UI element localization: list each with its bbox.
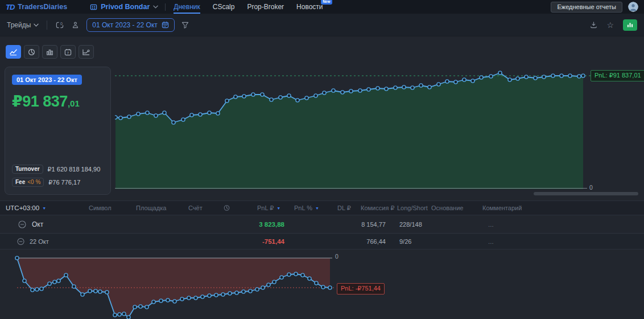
row-longshort: 228/148 bbox=[399, 221, 422, 228]
pie-chart-icon bbox=[28, 48, 35, 56]
step-chart-icon bbox=[82, 48, 90, 56]
trades-dropdown[interactable]: Трейды bbox=[7, 21, 39, 29]
trades-label: Трейды bbox=[7, 21, 31, 29]
download-icon[interactable] bbox=[590, 21, 597, 28]
date-range-picker[interactable]: 01 Окт 2023 - 22 Окт bbox=[86, 18, 175, 32]
workspace-selector[interactable]: Privod Bondar bbox=[90, 3, 158, 11]
app-logo-icon: TD bbox=[6, 3, 14, 11]
compare-trades-icon[interactable]: 0 bbox=[55, 21, 64, 29]
timezone-selector[interactable]: UTC+03:00 ▼ bbox=[6, 205, 46, 211]
tab-calendar-view[interactable]: 7 bbox=[60, 45, 76, 59]
daily-reports-button[interactable]: Ежедневные отчеты bbox=[551, 2, 622, 13]
collapse-icon[interactable] bbox=[17, 238, 24, 246]
col-pnl-pct-sort[interactable]: PnL %▼ bbox=[294, 205, 319, 211]
calendar-icon bbox=[162, 21, 169, 28]
user-avatar[interactable] bbox=[628, 2, 638, 12]
toolbar: Трейды 0 01 Окт 2023 - 22 Окт ☆ bbox=[0, 14, 644, 36]
row-pnl: -751,44 bbox=[239, 238, 284, 245]
row-commission: 766,44 bbox=[341, 238, 386, 245]
workspace-name: Privod Bondar bbox=[101, 3, 150, 11]
bar-chart-icon bbox=[626, 22, 634, 28]
calendar-7-icon: 7 bbox=[64, 48, 72, 56]
fee-chip: Fee<0 % bbox=[12, 178, 44, 187]
app-window: TD TradersDiaries Privod Bondar Дневник … bbox=[0, 0, 644, 319]
line-chart-icon bbox=[9, 48, 18, 56]
row-longshort: 9/26 bbox=[399, 238, 411, 245]
col-dl: DL ₽ bbox=[337, 205, 351, 212]
col-account: Счёт bbox=[188, 205, 203, 211]
main-pnl-label: PnL: ₽91 837,01 bbox=[591, 70, 644, 81]
timezone-value: UTC+03:00 bbox=[6, 205, 39, 211]
period-pnl-value: ₽91 837,01 bbox=[12, 92, 104, 111]
fee-percent: <0 % bbox=[27, 179, 40, 185]
tab-prop-broker[interactable]: Prop-Broker bbox=[247, 0, 284, 14]
collapse-icon[interactable] bbox=[18, 220, 26, 228]
caret-down-icon: ▼ bbox=[42, 206, 46, 210]
new-badge: New bbox=[321, 0, 332, 5]
pnl-summary-card: 01 Окт 2023 - 22 Окт ₽91 837,01 Turnover… bbox=[5, 67, 111, 195]
bars-icon bbox=[46, 48, 53, 56]
row-label: 22 Окт bbox=[30, 238, 49, 245]
col-platform: Площадка bbox=[136, 205, 166, 211]
fee-row: Fee<0 % ₽76 776,17 bbox=[12, 178, 104, 187]
row-commission: 8 154,77 bbox=[341, 221, 386, 228]
turnover-value: ₽1 620 818 184,90 bbox=[48, 166, 101, 173]
col-comment: Комментарий bbox=[482, 205, 522, 211]
col-pnl-sort[interactable]: PnL ₽▼ bbox=[257, 205, 280, 212]
turnover-chip: Turnover bbox=[12, 165, 43, 174]
daily-pnl-label: PnL: -₽751,44 bbox=[337, 283, 385, 295]
turnover-row: Turnover ₽1 620 818 184,90 bbox=[12, 165, 104, 174]
filter-icon[interactable] bbox=[181, 22, 189, 28]
daily-pnl-chart bbox=[0, 253, 375, 319]
toolbar-divider bbox=[47, 21, 47, 30]
col-commission: Комиссия ₽ bbox=[361, 205, 394, 212]
nav-tabs: Дневник CScalp Prop-Broker НовостиNew bbox=[174, 0, 323, 14]
fee-value: ₽76 776,17 bbox=[48, 179, 80, 186]
col-longshort: Long/Short bbox=[397, 205, 428, 211]
tab-cscalp[interactable]: CScalp bbox=[213, 0, 235, 14]
chevron-down-icon bbox=[153, 5, 158, 9]
building-icon bbox=[90, 3, 97, 11]
nav-divider bbox=[165, 3, 166, 11]
app-logo[interactable]: TD TradersDiaries bbox=[6, 3, 67, 11]
tab-bar-chart[interactable] bbox=[42, 45, 57, 59]
stats-panel-button[interactable] bbox=[623, 19, 637, 31]
app-logo-text: TradersDiaries bbox=[18, 3, 67, 11]
tab-pie-chart[interactable] bbox=[24, 45, 39, 59]
chart-type-tabs: 7 bbox=[6, 45, 94, 59]
main-chart-zero-line bbox=[115, 188, 587, 189]
main-chart-zero-label: 0 bbox=[589, 184, 593, 191]
nav-right: Ежедневные отчеты bbox=[551, 2, 638, 13]
tab-step-chart[interactable] bbox=[79, 45, 94, 59]
row-pnl: 3 823,88 bbox=[239, 221, 284, 228]
period-stats: Turnover ₽1 620 818 184,90 Fee<0 % ₽76 7… bbox=[12, 161, 104, 187]
chevron-down-icon bbox=[34, 23, 39, 27]
svg-text:0: 0 bbox=[60, 21, 63, 25]
chart-horizontal-scrollbar[interactable] bbox=[534, 192, 638, 195]
svg-text:7: 7 bbox=[67, 51, 69, 55]
tab-line-chart[interactable] bbox=[6, 45, 21, 59]
toolbar-right: ☆ bbox=[590, 19, 637, 31]
row-label: Окт bbox=[32, 220, 43, 228]
date-range-value: 01 Окт 2023 - 22 Окт bbox=[92, 21, 158, 29]
table-row-day[interactable]: 22 Окт -751,44 766,44 9/26 ... bbox=[0, 234, 644, 250]
star-icon[interactable]: ☆ bbox=[606, 21, 614, 30]
caret-down-icon: ▼ bbox=[276, 206, 280, 210]
table-row-month[interactable]: Окт 3 823,88 8 154,77 228/148 ... bbox=[0, 215, 644, 234]
caret-down-icon: ▼ bbox=[315, 206, 319, 210]
period-badge: 01 Окт 2023 - 22 Окт bbox=[12, 75, 82, 85]
clock-icon bbox=[224, 205, 230, 211]
daily-chart-zero-label: 0 bbox=[335, 253, 338, 260]
top-nav: TD TradersDiaries Privod Bondar Дневник … bbox=[0, 0, 644, 14]
accounts-icon[interactable] bbox=[71, 21, 80, 29]
person-icon bbox=[628, 2, 638, 12]
col-symbol: Символ bbox=[89, 205, 112, 211]
col-basis: Основание bbox=[431, 205, 463, 211]
trades-table-header: UTC+03:00 ▼ Символ Площадка Счёт PnL ₽▼ … bbox=[0, 201, 644, 215]
row-comment: ... bbox=[488, 238, 494, 245]
tab-diary[interactable]: Дневник bbox=[174, 0, 200, 14]
cumulative-pnl-chart bbox=[115, 64, 593, 190]
tab-news[interactable]: НовостиNew bbox=[296, 0, 323, 14]
row-comment: ... bbox=[488, 221, 494, 228]
